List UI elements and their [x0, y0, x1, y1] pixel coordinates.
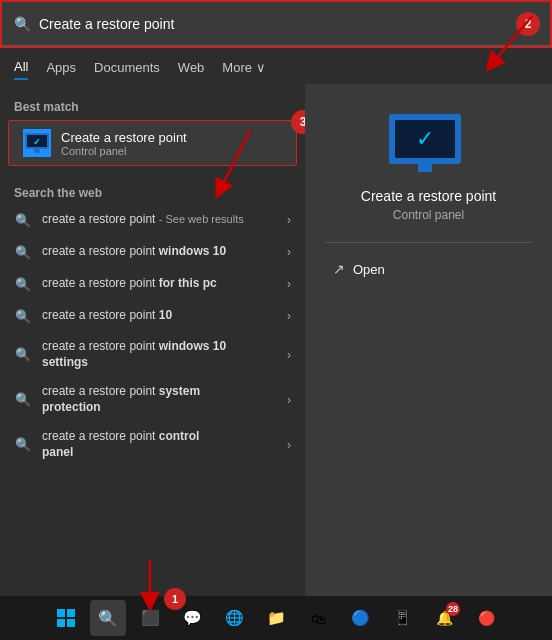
chevron-icon-2: › — [287, 277, 291, 291]
right-divider — [325, 242, 532, 243]
best-match-text: Create a restore point Control panel — [61, 130, 187, 157]
taskbar-chrome[interactable]: 🔵 — [342, 600, 378, 636]
search-window: 🔍 Create a restore point 2 All Apps Docu… — [0, 0, 552, 600]
search-web-icon-0: 🔍 — [14, 211, 32, 229]
taskbar-edge[interactable]: 🌐 — [216, 600, 252, 636]
web-item-4[interactable]: 🔍 create a restore point windows 10setti… — [0, 332, 305, 377]
main-area: Best match ✓ Create a restore point — [0, 84, 552, 600]
taskbar-explorer-icon: 📁 — [267, 609, 286, 627]
search-web-icon-6: 🔍 — [14, 436, 32, 454]
chevron-icon-4: › — [287, 348, 291, 362]
taskbar-explorer[interactable]: 📁 — [258, 600, 294, 636]
search-web-icon-3: 🔍 — [14, 307, 32, 325]
best-match-title: Create a restore point — [61, 130, 187, 145]
taskbar-whatsapp[interactable]: 📱 — [384, 600, 420, 636]
taskbar-huawei-icon: 🔴 — [478, 610, 495, 626]
chevron-icon-0: › — [287, 213, 291, 227]
web-item-0[interactable]: 🔍 create a restore point - See web resul… — [0, 204, 305, 236]
web-item-text-4: create a restore point windows 10setting… — [42, 339, 287, 370]
web-item-text-0: create a restore point - See web results — [42, 212, 287, 228]
tab-documents[interactable]: Documents — [94, 60, 160, 79]
web-section-label: Search the web — [0, 176, 305, 204]
tab-web[interactable]: Web — [178, 60, 205, 79]
search-icon: 🔍 — [14, 16, 31, 32]
badge-1: 1 — [164, 588, 186, 610]
badge-2: 2 — [516, 12, 540, 36]
web-item-text-3: create a restore point 10 — [42, 308, 287, 324]
best-match-subtitle: Control panel — [61, 145, 187, 157]
open-button[interactable]: ↗ Open — [325, 257, 532, 281]
web-item-1[interactable]: 🔍 create a restore point windows 10 › — [0, 236, 305, 268]
chevron-icon-3: › — [287, 309, 291, 323]
taskbar-start[interactable] — [48, 600, 84, 636]
svg-text:✓: ✓ — [33, 137, 41, 147]
chevron-icon-1: › — [287, 245, 291, 259]
tab-all[interactable]: All — [14, 59, 28, 80]
app-icon: ✓ — [389, 114, 469, 174]
chevron-icon-6: › — [287, 438, 291, 452]
taskbar-search-icon: 🔍 — [98, 609, 118, 628]
taskbar-edge-icon: 🌐 — [225, 609, 244, 627]
search-web-icon-1: 🔍 — [14, 243, 32, 261]
search-web-icon-4: 🔍 — [14, 346, 32, 364]
taskbar-notification[interactable]: 🔔 28 — [426, 600, 462, 636]
left-panel: Best match ✓ Create a restore point — [0, 84, 305, 600]
web-item-6[interactable]: 🔍 create a restore point controlpanel › — [0, 422, 305, 467]
tab-apps[interactable]: Apps — [46, 60, 76, 79]
best-match-label: Best match — [0, 94, 305, 118]
chevron-icon-5: › — [287, 393, 291, 407]
taskbar: 🔍 ⬛ 💬 🌐 📁 🛍 🔵 📱 🔔 28 🔴 — [0, 596, 552, 640]
taskbar-taskview[interactable]: ⬛ — [132, 600, 168, 636]
taskbar-store[interactable]: 🛍 — [300, 600, 336, 636]
windows-logo-icon — [57, 609, 75, 627]
taskbar-huawei[interactable]: 🔴 — [468, 600, 504, 636]
checkmark-icon: ✓ — [416, 126, 434, 152]
right-panel: ✓ Create a restore point Control panel ↗… — [305, 84, 552, 600]
web-item-3[interactable]: 🔍 create a restore point 10 › — [0, 300, 305, 332]
taskbar-store-icon: 🛍 — [311, 610, 326, 627]
taskbar-chrome-icon: 🔵 — [351, 609, 370, 627]
search-web-icon-5: 🔍 — [14, 391, 32, 409]
web-item-text-5: create a restore point systemprotection — [42, 384, 287, 415]
best-match-item[interactable]: ✓ Create a restore point Control panel — [8, 120, 297, 166]
web-item-text-2: create a restore point for this pc — [42, 276, 287, 292]
taskbar-taskview-icon: ⬛ — [141, 609, 160, 627]
right-app-title: Create a restore point — [361, 188, 496, 204]
search-input[interactable]: Create a restore point — [39, 16, 538, 32]
web-item-text-6: create a restore point controlpanel — [42, 429, 287, 460]
taskbar-search[interactable]: 🔍 — [90, 600, 126, 636]
web-item-text-1: create a restore point windows 10 — [42, 244, 287, 260]
best-match-icon: ✓ — [23, 129, 51, 157]
web-item-5[interactable]: 🔍 create a restore point systemprotectio… — [0, 377, 305, 422]
taskbar-notification-badge: 28 — [446, 602, 460, 616]
open-icon: ↗ — [333, 261, 345, 277]
search-bar[interactable]: 🔍 Create a restore point — [2, 2, 550, 46]
taskbar-whatsapp-icon: 📱 — [393, 609, 412, 627]
open-label: Open — [353, 262, 385, 277]
tab-more[interactable]: More ∨ — [222, 60, 265, 79]
nav-tabs: All Apps Documents Web More ∨ — [0, 48, 552, 84]
search-web-icon-2: 🔍 — [14, 275, 32, 293]
svg-rect-3 — [34, 149, 40, 153]
web-item-2[interactable]: 🔍 create a restore point for this pc › — [0, 268, 305, 300]
search-bar-wrapper: 🔍 Create a restore point 2 — [0, 0, 552, 48]
right-app-subtitle: Control panel — [393, 208, 464, 222]
taskbar-teams-icon: 💬 — [183, 609, 202, 627]
